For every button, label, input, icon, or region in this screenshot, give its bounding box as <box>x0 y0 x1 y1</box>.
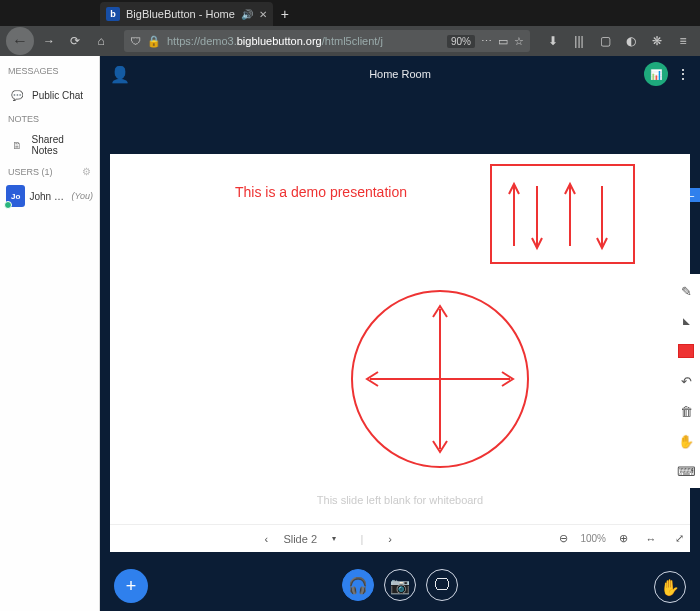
tab-audio-icon[interactable]: 🔊 <box>241 9 253 20</box>
tab-favicon: b <box>106 7 120 21</box>
zoom-in-button[interactable]: ⊕ <box>612 528 634 550</box>
back-button[interactable]: ← <box>6 27 34 55</box>
url-text: https://demo3.bigbluebutton.org/html5cli… <box>167 35 441 47</box>
zoom-value: 100% <box>580 533 606 544</box>
library-button[interactable]: ||| <box>568 30 590 52</box>
users-heading: Users (1) ⚙ <box>0 162 99 181</box>
tool-multiuser-button[interactable]: ⌨ <box>672 458 700 484</box>
color-swatch-red <box>678 344 694 358</box>
presence-dot <box>4 201 12 209</box>
user-you-label: (You) <box>71 191 93 201</box>
main-region: 👤 Home Room 📊 ⋮ – This is a demo present… <box>100 56 700 611</box>
url-bar[interactable]: 🛡 🔒 https://demo3.bigbluebutton.org/html… <box>124 30 530 52</box>
reader-icon[interactable]: ▭ <box>498 35 508 48</box>
chat-icon: 💬 <box>8 86 26 104</box>
slide-area[interactable]: This is a demo presentation This slide l… <box>110 154 690 524</box>
slide-label[interactable]: Slide 2 <box>283 533 317 545</box>
forward-button[interactable]: → <box>38 30 60 52</box>
shared-notes-label: Shared Notes <box>32 134 91 156</box>
stage: – This is a demo presentation This slide… <box>100 92 700 611</box>
app-menu-button[interactable]: ≡ <box>672 30 694 52</box>
notes-heading: Notes <box>0 110 99 128</box>
tool-color-button[interactable] <box>672 338 700 364</box>
back-icon: ← <box>12 32 28 50</box>
room-title: Home Room <box>369 68 431 80</box>
connection-status-button[interactable]: 📊 <box>644 62 668 86</box>
audio-icon: 🎧 <box>348 576 368 595</box>
reload-button[interactable]: ⟳ <box>64 30 86 52</box>
pencil-icon: ✎ <box>681 284 692 299</box>
camera-button[interactable]: 📷 <box>384 569 416 601</box>
avatar-initials: Jo <box>11 192 20 201</box>
arrows-in-box <box>492 166 637 266</box>
slide-canvas[interactable]: This is a demo presentation This slide l… <box>155 154 645 524</box>
raise-hand-button[interactable]: ✋ <box>654 571 686 603</box>
avatar: Jo <box>6 185 25 207</box>
next-slide-button[interactable]: › <box>379 528 401 550</box>
slide-dropdown-caret[interactable]: ▾ <box>323 528 345 550</box>
user-name: John Per... <box>29 191 67 202</box>
tool-clear-button[interactable]: 🗑 <box>672 398 700 424</box>
demo-presentation-text: This is a demo presentation <box>235 184 407 200</box>
whiteboard-toolbar: ✎ ◣ ↶ 🗑 ✋ ⌨ <box>672 274 700 488</box>
tab-strip: b BigBlueButton - Home 🔊 ✕ + <box>0 0 700 26</box>
app-content: Messages 💬 Public Chat Notes 🗎 Shared No… <box>0 56 700 611</box>
zoom-out-button[interactable]: ⊖ <box>552 528 574 550</box>
hand-icon: ✋ <box>660 578 680 597</box>
camera-icon: 📷 <box>390 576 410 595</box>
browser-tab[interactable]: b BigBlueButton - Home 🔊 ✕ <box>100 2 273 26</box>
tab-title: BigBlueButton - Home <box>126 8 235 20</box>
fullscreen-button[interactable]: ⤢ <box>668 528 690 550</box>
media-bar: 🎧 📷 🖵 <box>100 567 700 603</box>
bookmark-icon[interactable]: ☆ <box>514 35 524 48</box>
slide-controls: ‹ Slide 2 ▾ | › ⊖ 100% ⊕ ↔ ⤢ <box>110 524 690 552</box>
users-gear-icon[interactable]: ⚙ <box>82 166 91 177</box>
new-tab-button[interactable]: + <box>273 2 297 26</box>
messages-heading: Messages <box>0 62 99 80</box>
users-toggle-icon[interactable]: 👤 <box>110 65 130 84</box>
tool-thickness-button[interactable]: ◣ <box>672 308 700 334</box>
user-row[interactable]: Jo John Per... (You) <box>0 181 99 211</box>
red-rectangle-drawing <box>490 164 635 264</box>
slide-blank-text: This slide left blank for whiteboard <box>317 494 483 506</box>
fit-width-button[interactable]: ↔ <box>640 528 662 550</box>
notes-icon: 🗎 <box>8 136 26 154</box>
public-chat-label: Public Chat <box>32 90 83 101</box>
audio-button[interactable]: 🎧 <box>342 569 374 601</box>
lock-icon[interactable]: 🔒 <box>147 35 161 48</box>
sidebar: Messages 💬 Public Chat Notes 🗎 Shared No… <box>0 56 100 611</box>
analytics-icon: 📊 <box>650 69 662 80</box>
extension-icon-2[interactable]: ❋ <box>646 30 668 52</box>
room-topbar: 👤 Home Room 📊 ⋮ <box>100 56 700 92</box>
share-screen-button[interactable]: 🖵 <box>426 569 458 601</box>
tool-pencil-button[interactable]: ✎ <box>672 278 700 304</box>
tool-hand-button[interactable]: ✋ <box>672 428 700 454</box>
shield-icon[interactable]: 🛡 <box>130 35 141 47</box>
users-label: Users (1) <box>8 167 53 177</box>
page-actions-icon[interactable]: ⋯ <box>481 35 492 48</box>
screen-icon: 🖵 <box>434 576 450 594</box>
sidebar-item-public-chat[interactable]: 💬 Public Chat <box>0 80 99 110</box>
browser-toolbar: ← → ⟳ ⌂ 🛡 🔒 https://demo3.bigbluebutton.… <box>0 26 700 56</box>
tab-close-icon[interactable]: ✕ <box>259 9 267 20</box>
prev-slide-button[interactable]: ‹ <box>255 528 277 550</box>
sidebar-item-shared-notes[interactable]: 🗎 Shared Notes <box>0 128 99 162</box>
tool-undo-button[interactable]: ↶ <box>672 368 700 394</box>
slide-divider: | <box>351 528 373 550</box>
zoom-badge[interactable]: 90% <box>447 35 475 48</box>
circle-cross-arrows-drawing <box>345 284 535 474</box>
extension-icon-1[interactable]: ◐ <box>620 30 642 52</box>
downloads-button[interactable]: ⬇ <box>542 30 564 52</box>
home-button[interactable]: ⌂ <box>90 30 112 52</box>
tab-overview-button[interactable]: ▢ <box>594 30 616 52</box>
options-menu-button[interactable]: ⋮ <box>676 66 690 82</box>
